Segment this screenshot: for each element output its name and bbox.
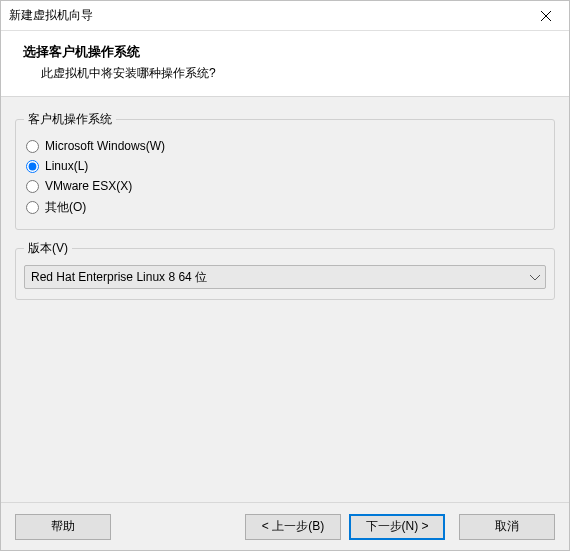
radio-option-other[interactable]: 其他(O) (24, 196, 546, 219)
radio-option-esx[interactable]: VMware ESX(X) (24, 176, 546, 196)
version-select[interactable]: Red Hat Enterprise Linux 8 64 位 (24, 265, 546, 289)
version-fieldset: 版本(V) Red Hat Enterprise Linux 8 64 位 (15, 240, 555, 300)
help-button[interactable]: 帮助 (15, 514, 111, 540)
guest-os-legend: 客户机操作系统 (24, 111, 116, 128)
close-icon (541, 11, 551, 21)
radio-input-other[interactable] (26, 201, 39, 214)
radio-option-windows[interactable]: Microsoft Windows(W) (24, 136, 546, 156)
radio-label-other: 其他(O) (45, 199, 86, 216)
radio-label-windows: Microsoft Windows(W) (45, 139, 165, 153)
wizard-header: 选择客户机操作系统 此虚拟机中将安装哪种操作系统? (1, 31, 569, 97)
version-select-wrap: Red Hat Enterprise Linux 8 64 位 (24, 265, 546, 289)
back-button[interactable]: < 上一步(B) (245, 514, 341, 540)
radio-option-linux[interactable]: Linux(L) (24, 156, 546, 176)
wizard-content: 客户机操作系统 Microsoft Windows(W) Linux(L) VM… (1, 97, 569, 502)
titlebar: 新建虚拟机向导 (1, 1, 569, 31)
close-button[interactable] (531, 3, 561, 29)
wizard-window: 新建虚拟机向导 选择客户机操作系统 此虚拟机中将安装哪种操作系统? 客户机操作系… (0, 0, 570, 551)
guest-os-fieldset: 客户机操作系统 Microsoft Windows(W) Linux(L) VM… (15, 111, 555, 230)
radio-label-linux: Linux(L) (45, 159, 88, 173)
page-subtitle: 此虚拟机中将安装哪种操作系统? (23, 65, 547, 82)
next-button[interactable]: 下一步(N) > (349, 514, 445, 540)
version-legend: 版本(V) (24, 240, 72, 257)
page-title: 选择客户机操作系统 (23, 43, 547, 61)
radio-input-windows[interactable] (26, 140, 39, 153)
radio-input-linux[interactable] (26, 160, 39, 173)
radio-label-esx: VMware ESX(X) (45, 179, 132, 193)
wizard-button-bar: 帮助 < 上一步(B) 下一步(N) > 取消 (1, 502, 569, 550)
window-title: 新建虚拟机向导 (9, 7, 531, 24)
cancel-button[interactable]: 取消 (459, 514, 555, 540)
radio-input-esx[interactable] (26, 180, 39, 193)
